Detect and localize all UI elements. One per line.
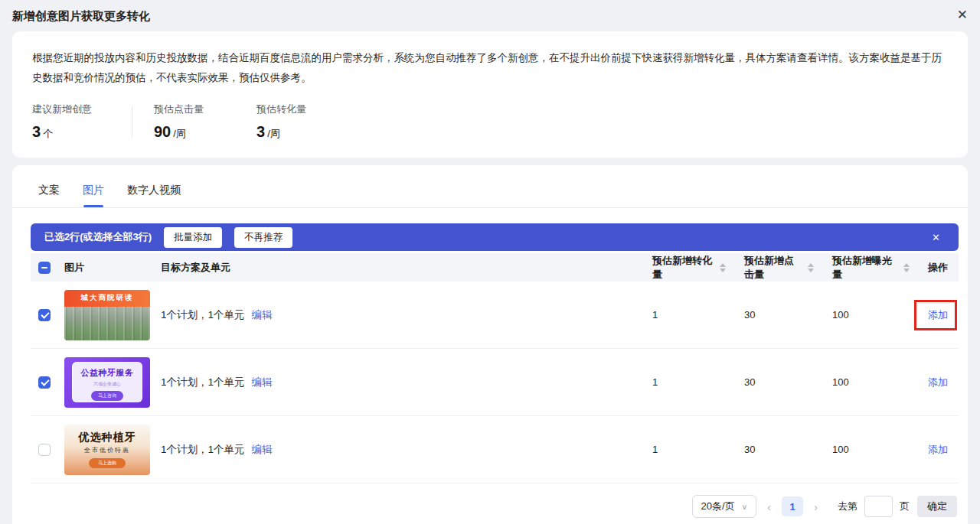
row-checkbox[interactable] [38, 309, 51, 321]
header-label: 预估新增曝光量 [832, 254, 898, 282]
tab-bar: 文案 图片 数字人视频 [31, 184, 959, 207]
stat-label: 预估转化量 [256, 103, 339, 116]
thumbnail-cta-button: 马上咨询 [91, 391, 123, 401]
edit-link[interactable]: 编辑 [252, 376, 273, 388]
edit-link[interactable]: 编辑 [252, 309, 273, 321]
prev-page-icon[interactable]: ‹ [761, 500, 777, 513]
action-cell: 添加 [910, 443, 959, 457]
est-clicks-value: 30 [726, 376, 814, 388]
goto-page-prefix: 去第 [838, 500, 858, 513]
add-link[interactable]: 添加 [928, 376, 948, 388]
est-conversions-value: 1 [634, 444, 726, 455]
target-plan-cell: 1个计划，1个单元编辑 [161, 443, 634, 457]
select-all-checkbox[interactable] [38, 262, 51, 274]
plan-text: 1个计划，1个单元 [161, 376, 245, 388]
row-checkbox-cell [31, 376, 64, 389]
stat-number: 3 [256, 123, 265, 140]
est-clicks-value: 30 [726, 309, 814, 321]
stat-est-clicks: 预估点击量 90/周 [154, 103, 237, 141]
image-cell: 优选种植牙 全市低价特惠 马上选购 [64, 425, 161, 475]
thumbnail-subtitle: 六项全免诚心 [93, 381, 121, 388]
dialog-title: 新增创意图片获取更多转化 [12, 9, 968, 24]
creative-thumbnail-dental-orange: 优选种植牙 全市低价特惠 马上选购 [64, 425, 150, 475]
header-est-impressions[interactable]: 预估新增曝光量 [814, 254, 910, 282]
plan-text: 1个计划，1个单元 [161, 309, 245, 321]
page-size-value: 20条/页 [701, 500, 735, 513]
stat-value: 90/周 [154, 123, 237, 141]
goto-page-input[interactable] [864, 496, 893, 517]
add-link[interactable]: 添加 [928, 309, 948, 321]
est-conversions-value: 1 [634, 376, 726, 388]
header-label: 预估新增转化量 [652, 254, 714, 282]
tab-copywriting[interactable]: 文案 [38, 184, 60, 207]
target-plan-cell: 1个计划，1个单元编辑 [161, 376, 634, 389]
stat-label: 建议新增创意 [32, 103, 115, 116]
header-image: 图片 [64, 261, 161, 275]
thumbnail-title: 公益种牙服务 [81, 367, 134, 379]
table-row: 公益种牙服务 六项全免诚心 马上咨询 1个计划，1个单元编辑 1 30 100 … [31, 349, 959, 416]
plan-text: 1个计划，1个单元 [161, 444, 245, 455]
close-icon[interactable]: ✕ [957, 8, 968, 21]
sort-icon[interactable] [903, 263, 910, 272]
row-checkbox[interactable] [38, 444, 51, 456]
action-cell: 添加 [910, 308, 959, 322]
stat-value: 3/周 [256, 123, 339, 141]
est-conversions-value: 1 [634, 309, 726, 321]
est-impressions-value: 100 [814, 444, 910, 455]
est-impressions-value: 100 [814, 376, 910, 388]
tab-digital-human-video[interactable]: 数字人视频 [127, 184, 181, 207]
row-checkbox-cell [31, 309, 64, 321]
stat-unit: /周 [173, 128, 186, 139]
current-page-button[interactable]: 1 [782, 496, 803, 516]
selection-banner: 已选2行(或选择全部3行) 批量添加 不再推荐 ✕ [31, 223, 959, 251]
stats-row: 建议新增创意 3个 预估点击量 90/周 预估转化量 3/周 [32, 103, 948, 141]
goto-page-suffix: 页 [900, 500, 910, 513]
table-header-row: 图片 目标方案及单元 预估新增转化量 预估新增点击量 预估新增曝光量 操作 [31, 253, 959, 282]
stat-new-creatives: 建议新增创意 3个 [32, 103, 115, 141]
row-checkbox[interactable] [38, 376, 51, 389]
creative-thumbnail-campus: 城大商院研读 [64, 290, 150, 340]
confirm-button[interactable]: 确定 [917, 496, 957, 517]
main-panel: 文案 图片 数字人视频 已选2行(或选择全部3行) 批量添加 不再推荐 ✕ 图片… [12, 165, 968, 524]
pagination: 20条/页 ∨ ‹ 1 › 去第 页 确定 [31, 495, 959, 518]
sort-icon[interactable] [720, 263, 726, 272]
est-clicks-value: 30 [726, 444, 814, 455]
stat-label: 预估点击量 [154, 103, 237, 116]
est-impressions-value: 100 [814, 309, 910, 321]
summary-panel: 根据您近期的投放内容和历史投放数据，结合近期百度信息流的用户需求分析，系统为您自… [12, 31, 968, 158]
stop-recommend-button[interactable]: 不再推荐 [234, 227, 292, 248]
thumbnail-banner-text: 城大商院研读 [64, 290, 150, 307]
next-page-icon[interactable]: › [808, 500, 824, 513]
tab-images[interactable]: 图片 [83, 184, 104, 207]
tab-divider [12, 207, 968, 208]
stat-unit: 个 [43, 128, 53, 139]
page-size-select[interactable]: 20条/页 ∨ [692, 495, 756, 518]
stat-number: 3 [32, 123, 41, 140]
chevron-down-icon: ∨ [742, 503, 747, 511]
stat-number: 90 [154, 123, 171, 140]
dialog-header: 新增创意图片获取更多转化 ✕ [0, 0, 980, 31]
sort-icon[interactable] [808, 263, 814, 272]
header-action: 操作 [910, 261, 959, 275]
header-est-clicks[interactable]: 预估新增点击量 [726, 254, 814, 282]
table-row: 城大商院研读 1个计划，1个单元编辑 1 30 100 添加 [31, 282, 959, 349]
add-link[interactable]: 添加 [928, 444, 948, 455]
action-cell: 添加 [910, 376, 959, 389]
header-est-conversions[interactable]: 预估新增转化量 [634, 254, 726, 282]
thumbnail-card: 公益种牙服务 六项全免诚心 马上咨询 [72, 362, 142, 402]
table-row: 优选种植牙 全市低价特惠 马上选购 1个计划，1个单元编辑 1 30 100 添… [31, 416, 959, 483]
stat-divider [132, 106, 132, 138]
header-target: 目标方案及单元 [161, 261, 634, 275]
thumbnail-cta-button: 马上选购 [89, 458, 126, 468]
selection-count-text: 已选2行(或选择全部3行) [44, 230, 152, 244]
recommendation-table: 图片 目标方案及单元 预估新增转化量 预估新增点击量 预估新增曝光量 操作 城大… [31, 253, 959, 483]
header-label: 预估新增点击量 [744, 254, 802, 282]
edit-link[interactable]: 编辑 [252, 444, 273, 455]
header-checkbox-cell [31, 262, 64, 274]
thumbnail-title: 优选种植牙 [79, 431, 136, 444]
target-plan-cell: 1个计划，1个单元编辑 [161, 308, 634, 322]
thumbnail-subtitle: 全市低价特惠 [84, 446, 130, 454]
banner-close-icon[interactable]: ✕ [932, 232, 945, 243]
batch-add-button[interactable]: 批量添加 [164, 227, 222, 248]
stat-value: 3个 [32, 123, 115, 141]
